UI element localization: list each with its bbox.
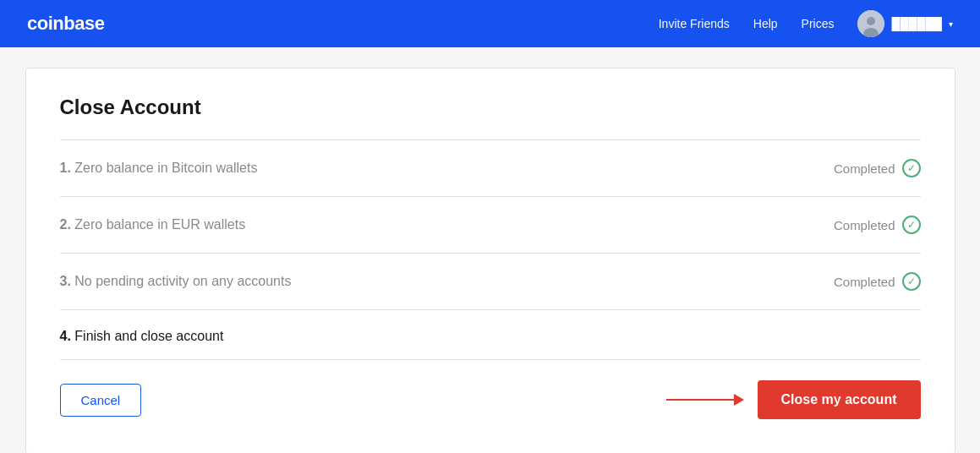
step-2-status: Completed ✓ [834, 216, 921, 234]
step-2-row: 2. Zero balance in EUR wallets Completed… [60, 197, 921, 254]
right-actions: Close my account [666, 380, 921, 419]
step-3-number: 3. [60, 274, 71, 288]
arrow-head-icon [734, 394, 744, 406]
close-account-button[interactable]: Close my account [758, 380, 921, 419]
user-menu[interactable]: ██████ ▾ [857, 10, 953, 37]
step-4-text: Finish and close account [74, 329, 223, 343]
step-1-completed-text: Completed [834, 161, 895, 176]
step-4-number: 4. [60, 329, 71, 343]
nav-invite-friends[interactable]: Invite Friends [659, 17, 730, 30]
cancel-button[interactable]: Cancel [60, 384, 142, 417]
header: coinbase Invite Friends Help Prices ████… [0, 0, 980, 47]
nav-help[interactable]: Help [753, 17, 778, 30]
step-3-check-icon: ✓ [902, 272, 921, 291]
step-1-number: 1. [60, 161, 71, 175]
step-2-text: Zero balance in EUR wallets [74, 217, 245, 232]
step-1-status: Completed ✓ [834, 159, 921, 177]
nav-prices[interactable]: Prices [802, 17, 835, 30]
logo: coinbase [27, 13, 104, 35]
step-2-number: 2. [60, 217, 71, 232]
step-1-text: Zero balance in Bitcoin wallets [74, 161, 257, 175]
step-3-status: Completed ✓ [834, 272, 921, 291]
step-3-text: No pending activity on any accounts [74, 274, 291, 288]
svg-point-1 [867, 17, 875, 25]
page-title: Close Account [60, 96, 921, 119]
step-2-label: 2. Zero balance in EUR wallets [60, 217, 246, 232]
step-3-label: 3. No pending activity on any accounts [60, 274, 292, 289]
avatar-icon [857, 10, 884, 37]
actions-row: Cancel Close my account [60, 380, 921, 419]
step-1-label: 1. Zero balance in Bitcoin wallets [60, 161, 258, 176]
step-3-completed-text: Completed [834, 275, 895, 289]
step-4-row: 4. Finish and close account [60, 310, 921, 360]
avatar [857, 10, 884, 37]
step-1-check-icon: ✓ [902, 159, 921, 177]
arrow-indicator [666, 394, 744, 406]
step-2-check-icon: ✓ [902, 216, 921, 234]
main-content: Close Account 1. Zero balance in Bitcoin… [25, 68, 955, 453]
arrow-line [666, 399, 734, 401]
step-1-row: 1. Zero balance in Bitcoin wallets Compl… [60, 140, 921, 197]
step-3-row: 3. No pending activity on any accounts C… [60, 254, 921, 310]
main-nav: Invite Friends Help Prices ██████ ▾ [659, 10, 953, 37]
chevron-down-icon: ▾ [949, 19, 953, 29]
step-2-completed-text: Completed [834, 218, 895, 232]
step-4-label: 4. Finish and close account [60, 329, 224, 344]
username-label: ██████ [891, 17, 942, 30]
